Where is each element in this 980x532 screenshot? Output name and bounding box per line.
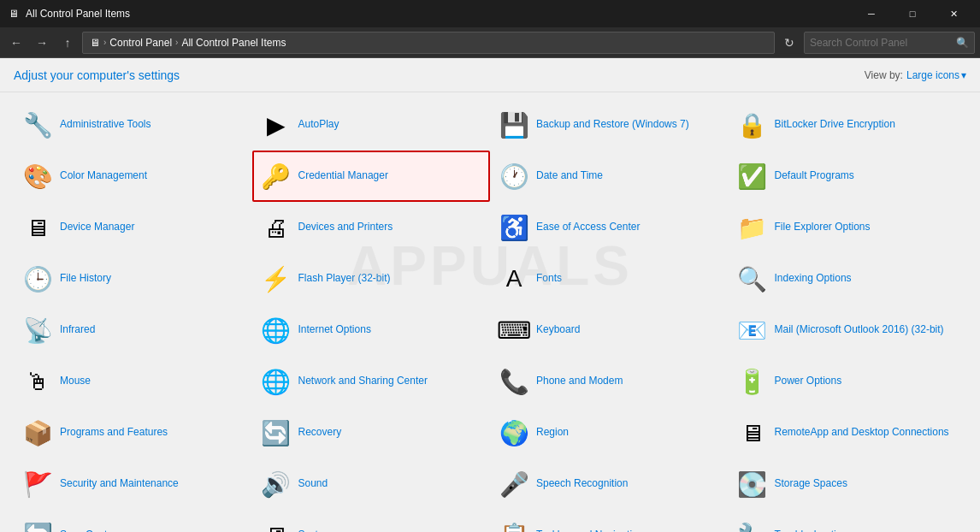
- cp-item-mail[interactable]: 📧Mail (Microsoft Outlook 2016) (32-bit): [729, 304, 967, 356]
- cp-item-remoteapp[interactable]: 🖥RemoteApp and Desktop Connections: [729, 407, 967, 458]
- bitlocker-label: BitLocker Drive Encryption: [775, 118, 895, 132]
- cp-item-storage-spaces[interactable]: 💽Storage Spaces: [729, 458, 967, 510]
- cp-item-mouse[interactable]: 🖱Mouse: [14, 356, 252, 407]
- cp-item-bitlocker[interactable]: 🔒BitLocker Drive Encryption: [729, 99, 967, 151]
- network-sharing-icon: 🌐: [261, 366, 292, 397]
- backup-restore-icon: 💾: [499, 109, 529, 140]
- refresh-button[interactable]: ↻: [778, 32, 800, 54]
- cp-item-autoplay[interactable]: ▶AutoPlay: [252, 99, 491, 151]
- system-label: System: [298, 529, 333, 532]
- forward-button[interactable]: →: [31, 32, 53, 54]
- cp-item-recovery[interactable]: 🔄Recovery: [252, 407, 491, 458]
- administrative-tools-icon: 🔧: [22, 109, 53, 140]
- cp-item-indexing-options[interactable]: 🔍Indexing Options: [729, 253, 967, 304]
- cp-item-sound[interactable]: 🔊Sound: [252, 458, 491, 510]
- view-by-value[interactable]: Large icons ▾: [906, 69, 966, 81]
- power-options-icon: 🔋: [737, 366, 768, 397]
- toolbar: Adjust your computer's settings View by:…: [0, 58, 980, 92]
- close-button[interactable]: ✕: [934, 0, 973, 27]
- cp-item-sync-center[interactable]: 🔄Sync Center: [14, 510, 252, 532]
- mail-label: Mail (Microsoft Outlook 2016) (32-bit): [775, 323, 944, 337]
- title-bar-title: All Control Panel Items: [26, 8, 852, 20]
- maximize-button[interactable]: □: [893, 0, 932, 27]
- back-button[interactable]: ←: [5, 32, 27, 54]
- cp-item-troubleshooting[interactable]: 🔧Troubleshooting: [729, 510, 967, 532]
- search-input[interactable]: [810, 37, 953, 49]
- storage-spaces-icon: 💽: [737, 469, 768, 499]
- ease-of-access-label: Ease of Access Center: [536, 221, 640, 234]
- flash-player-icon: ⚡: [261, 263, 292, 294]
- fonts-label: Fonts: [536, 272, 562, 286]
- cp-item-infrared[interactable]: 📡Infrared: [14, 304, 252, 356]
- taskbar-navigation-label: Taskbar and Navigation: [536, 529, 643, 532]
- cp-item-ease-of-access[interactable]: ♿Ease of Access Center: [490, 202, 729, 253]
- cp-item-date-time[interactable]: 🕐Date and Time: [490, 151, 729, 202]
- power-options-label: Power Options: [775, 375, 842, 388]
- administrative-tools-label: Administrative Tools: [60, 118, 151, 132]
- color-management-icon: 🎨: [22, 161, 53, 192]
- device-manager-label: Device Manager: [60, 221, 134, 234]
- internet-options-label: Internet Options: [298, 323, 371, 337]
- cp-item-system[interactable]: 🖥System: [252, 510, 491, 532]
- control-panel-items-grid: 🔧Administrative Tools▶AutoPlay💾Backup an…: [0, 92, 980, 532]
- cp-item-device-manager[interactable]: 🖥Device Manager: [14, 202, 252, 253]
- autoplay-icon: ▶: [261, 109, 292, 140]
- main-container: Adjust your computer's settings View by:…: [0, 58, 980, 532]
- cp-item-color-management[interactable]: 🎨Color Management: [14, 151, 252, 202]
- address-bar: ← → ↑ 🖥 › Control Panel › All Control Pa…: [0, 27, 980, 58]
- cp-item-power-options[interactable]: 🔋Power Options: [729, 356, 967, 407]
- cp-item-keyboard[interactable]: ⌨Keyboard: [490, 304, 729, 356]
- recovery-label: Recovery: [298, 426, 342, 440]
- cp-item-programs-features[interactable]: 📦Programs and Features: [14, 407, 252, 458]
- bitlocker-icon: 🔒: [737, 109, 768, 140]
- cp-item-region[interactable]: 🌍Region: [490, 407, 729, 458]
- troubleshooting-label: Troubleshooting: [775, 529, 848, 532]
- flash-player-label: Flash Player (32-bit): [298, 272, 391, 286]
- cp-item-devices-printers[interactable]: 🖨Devices and Printers: [252, 202, 491, 253]
- phone-modem-icon: 📞: [499, 366, 529, 397]
- up-button[interactable]: ↑: [56, 32, 79, 54]
- minimize-button[interactable]: ─: [852, 0, 891, 27]
- file-explorer-options-label: File Explorer Options: [775, 221, 871, 234]
- cp-item-administrative-tools[interactable]: 🔧Administrative Tools: [14, 99, 252, 151]
- cp-item-credential-manager[interactable]: 🔑Credential Manager: [252, 151, 491, 202]
- infrared-label: Infrared: [60, 323, 95, 337]
- cp-item-internet-options[interactable]: 🌐Internet Options: [252, 304, 491, 356]
- cp-item-backup-restore[interactable]: 💾Backup and Restore (Windows 7): [490, 99, 729, 151]
- device-manager-icon: 🖥: [22, 212, 53, 243]
- cp-item-fonts[interactable]: AFonts: [490, 253, 729, 304]
- troubleshooting-icon: 🔧: [737, 520, 768, 532]
- mail-icon: 📧: [737, 315, 768, 346]
- mouse-icon: 🖱: [22, 366, 53, 397]
- region-label: Region: [536, 426, 569, 440]
- programs-features-icon: 📦: [22, 417, 53, 448]
- cp-item-file-history[interactable]: 🕒File History: [14, 253, 252, 304]
- mouse-label: Mouse: [60, 375, 91, 388]
- address-icon: 🖥: [90, 37, 100, 49]
- title-bar: 🖥 All Control Panel Items ─ □ ✕: [0, 0, 980, 27]
- page-title: Adjust your computer's settings: [14, 68, 180, 82]
- address-path[interactable]: 🖥 › Control Panel › All Control Panel It…: [82, 32, 775, 54]
- cp-item-phone-modem[interactable]: 📞Phone and Modem: [490, 356, 729, 407]
- speech-recognition-label: Speech Recognition: [536, 477, 628, 491]
- cp-item-flash-player[interactable]: ⚡Flash Player (32-bit): [252, 253, 491, 304]
- title-bar-controls: ─ □ ✕: [852, 0, 973, 27]
- programs-features-label: Programs and Features: [60, 426, 168, 440]
- color-management-label: Color Management: [60, 169, 147, 183]
- file-history-label: File History: [60, 272, 111, 286]
- remoteapp-label: RemoteApp and Desktop Connections: [775, 426, 949, 440]
- search-box[interactable]: 🔍: [804, 32, 975, 54]
- cp-item-network-sharing[interactable]: 🌐Network and Sharing Center: [252, 356, 491, 407]
- cp-item-speech-recognition[interactable]: 🎤Speech Recognition: [490, 458, 729, 510]
- backup-restore-label: Backup and Restore (Windows 7): [536, 118, 689, 132]
- cp-item-security-maintenance[interactable]: 🚩Security and Maintenance: [14, 458, 252, 510]
- title-bar-icon: 🖥: [7, 7, 21, 21]
- view-by-arrow: ▾: [961, 69, 966, 81]
- view-by-control: View by: Large icons ▾: [865, 69, 966, 81]
- address-segment-2: All Control Panel Items: [181, 37, 286, 49]
- cp-item-file-explorer-options[interactable]: 📁File Explorer Options: [729, 202, 967, 253]
- cp-item-taskbar-navigation[interactable]: 📋Taskbar and Navigation: [490, 510, 729, 532]
- cp-item-default-programs[interactable]: ✅Default Programs: [729, 151, 967, 202]
- region-icon: 🌍: [499, 417, 529, 448]
- recovery-icon: 🔄: [261, 417, 292, 448]
